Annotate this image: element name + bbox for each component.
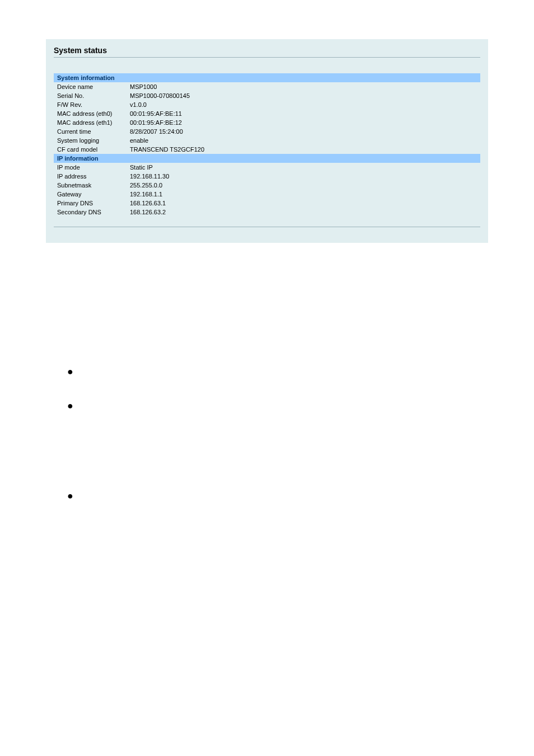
value-ip-address: 192.168.11.30 (130, 172, 480, 181)
label-current-time: Current time (54, 127, 130, 136)
label-fw-rev: F/W Rev. (54, 100, 130, 109)
row-fw-rev: F/W Rev. v1.0.0 (54, 100, 480, 109)
panel-divider-top (54, 57, 480, 58)
value-secondary-dns: 168.126.63.2 (130, 208, 480, 217)
label-gateway: Gateway (54, 190, 130, 199)
row-device-name: Device name MSP1000 (54, 82, 480, 91)
bullet-icon: ● (67, 366, 534, 378)
row-current-time: Current time 8/28/2007 15:24:00 (54, 127, 480, 136)
value-gateway: 192.168.1.1 (130, 190, 480, 199)
row-cf-card: CF card model TRANSCEND TS2GCF120 (54, 145, 480, 154)
value-fw-rev: v1.0.0 (130, 100, 480, 109)
label-secondary-dns: Secondary DNS (54, 208, 130, 217)
value-cf-card: TRANSCEND TS2GCF120 (130, 145, 480, 154)
label-subnetmask: Subnetmask (54, 181, 130, 190)
value-mac-eth1: 00:01:95:AF:BE:12 (130, 118, 480, 127)
bullet-icon: ● (67, 400, 534, 412)
label-device-name: Device name (54, 82, 130, 91)
bullet-list: ● ● ● (0, 366, 534, 502)
status-panel: System status System information Device … (46, 39, 488, 243)
label-primary-dns: Primary DNS (54, 199, 130, 208)
row-subnetmask: Subnetmask 255.255.0.0 (54, 181, 480, 190)
row-sys-logging: System logging enable (54, 136, 480, 145)
value-subnetmask: 255.255.0.0 (130, 181, 480, 190)
label-mac-eth1: MAC address (eth1) (54, 118, 130, 127)
row-mac-eth1: MAC address (eth1) 00:01:95:AF:BE:12 (54, 118, 480, 127)
value-ip-mode: Static IP (130, 163, 480, 172)
label-serial-no: Serial No. (54, 91, 130, 100)
data-block: System information Device name MSP1000 S… (54, 73, 480, 217)
bullet-icon: ● (67, 490, 534, 502)
value-primary-dns: 168.126.63.1 (130, 199, 480, 208)
label-cf-card: CF card model (54, 145, 130, 154)
system-information-header: System information (54, 73, 480, 82)
value-device-name: MSP1000 (130, 82, 480, 91)
value-sys-logging: enable (130, 136, 480, 145)
label-ip-address: IP address (54, 172, 130, 181)
row-gateway: Gateway 192.168.1.1 (54, 190, 480, 199)
ip-information-header: IP information (54, 154, 480, 163)
row-serial-no: Serial No. MSP1000-070800145 (54, 91, 480, 100)
row-secondary-dns: Secondary DNS 168.126.63.2 (54, 208, 480, 217)
row-ip-address: IP address 192.168.11.30 (54, 172, 480, 181)
row-primary-dns: Primary DNS 168.126.63.1 (54, 199, 480, 208)
row-mac-eth0: MAC address (eth0) 00:01:95:AF:BE:11 (54, 109, 480, 118)
panel-title: System status (46, 39, 488, 57)
row-ip-mode: IP mode Static IP (54, 163, 480, 172)
panel-divider-bottom (54, 227, 480, 227)
label-ip-mode: IP mode (54, 163, 130, 172)
value-current-time: 8/28/2007 15:24:00 (130, 127, 480, 136)
label-sys-logging: System logging (54, 136, 130, 145)
label-mac-eth0: MAC address (eth0) (54, 109, 130, 118)
value-mac-eth0: 00:01:95:AF:BE:11 (130, 109, 480, 118)
value-serial-no: MSP1000-070800145 (130, 91, 480, 100)
